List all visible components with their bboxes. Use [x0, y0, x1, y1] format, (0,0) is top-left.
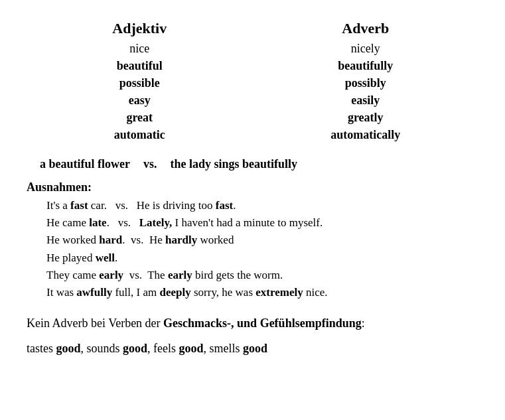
- adjektiv-item-great: great: [126, 109, 153, 126]
- ausnahmen-section: Ausnahmen: It's a fast car. vs. He is dr…: [27, 180, 478, 302]
- kein-text-before: Kein Adverb bei Verben der: [27, 316, 163, 330]
- example-left: a beautiful flower: [40, 157, 130, 171]
- example-right: the lady sings beautifully: [171, 157, 298, 171]
- ausnahmen-item-2: He came late. vs. Lately, I haven't had …: [27, 214, 478, 232]
- adverb-item-automatically: automatically: [330, 126, 400, 143]
- adjektiv-item-nice: nice: [129, 40, 149, 57]
- adjektiv-column: Adjektiv nice beautiful possible easy gr…: [27, 20, 253, 144]
- kein-section: Kein Adverb bei Verben der Geschmacks-, …: [27, 314, 478, 333]
- adverb-item-possibly: possibly: [345, 74, 386, 92]
- columns-section: Adjektiv nice beautiful possible easy gr…: [27, 20, 478, 144]
- ausnahmen-item-3: He worked hard. vs. He hardly worked: [27, 232, 478, 249]
- adjektiv-item-easy: easy: [129, 92, 151, 109]
- example-vs: vs.: [143, 157, 157, 171]
- adverb-item-beautifully: beautifully: [338, 57, 393, 74]
- kein-text-after: :: [362, 316, 365, 330]
- tastes-section: tastes good, sounds good, feels good, sm…: [27, 342, 478, 356]
- ausnahmen-item-4: He played well.: [27, 249, 478, 267]
- ausnahmen-item-5: They came early vs. The early bird gets …: [27, 267, 478, 284]
- ausnahmen-item-1: It's a fast car. vs. He is driving too f…: [27, 197, 478, 214]
- adverb-item-greatly: greatly: [348, 109, 384, 126]
- adverb-item-easily: easily: [351, 92, 380, 109]
- ausnahmen-item-6: It was awfully full, I am deeply sorry, …: [27, 284, 478, 301]
- adjektiv-item-possible: possible: [119, 74, 160, 92]
- adjektiv-item-beautiful: beautiful: [117, 57, 163, 74]
- kein-text-bold: Geschmacks-, und Gefühlsempfindung: [163, 316, 362, 330]
- adjektiv-item-automatic: automatic: [114, 126, 165, 143]
- adverb-column: Adverb nicely beautifully possibly easil…: [253, 20, 479, 144]
- ausnahmen-title: Ausnahmen:: [27, 180, 478, 194]
- adverb-item-nicely: nicely: [351, 40, 380, 57]
- adjektiv-header: Adjektiv: [112, 20, 167, 37]
- adverb-header: Adverb: [342, 20, 389, 37]
- example-line: a beautiful flower vs. the lady sings be…: [27, 157, 478, 171]
